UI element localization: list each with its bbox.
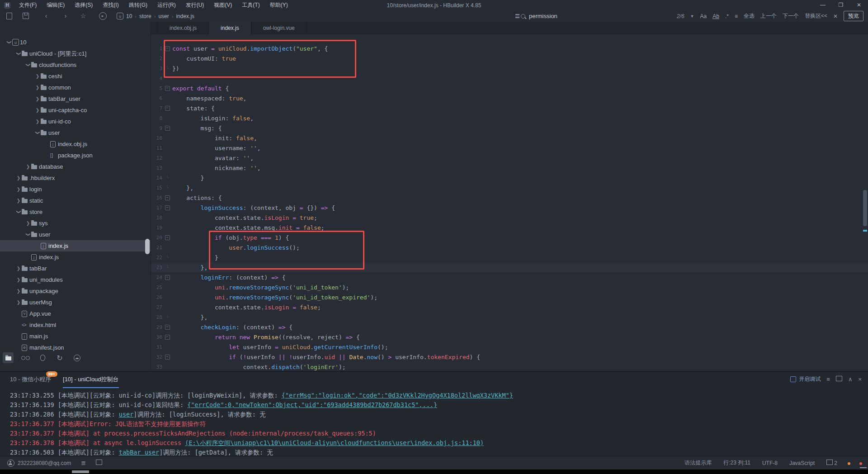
- replace-toggle-button[interactable]: 替换区<<: [805, 12, 827, 20]
- tree-item[interactable]: ❯static: [0, 195, 151, 206]
- preview-button[interactable]: 预览: [844, 11, 863, 21]
- fold-icon[interactable]: −: [162, 235, 172, 240]
- refresh-icon[interactable]: ↻: [54, 352, 65, 363]
- tree-item[interactable]: jindex.js: [0, 251, 151, 263]
- close-search-button[interactable]: ✕: [833, 13, 838, 19]
- tree-item[interactable]: ❯u10: [0, 37, 151, 48]
- save-button[interactable]: [20, 11, 31, 21]
- code-line[interactable]: 19 context.state.msg.init = false;: [151, 223, 868, 232]
- code-line[interactable]: 24− loginErr: (context) => {: [151, 272, 868, 282]
- code-line[interactable]: 18 context.state.isLogin = true;: [151, 213, 868, 223]
- account-email[interactable]: 2322238080@qq.com: [18, 460, 71, 466]
- chevron-icon[interactable]: ❯: [26, 62, 31, 68]
- fold-icon[interactable]: −: [162, 195, 172, 200]
- forward-button[interactable]: ›: [60, 11, 71, 21]
- match-case-toggle[interactable]: Aa: [700, 13, 707, 19]
- encoding-label[interactable]: UTF-8: [762, 460, 778, 466]
- run-button[interactable]: ▸: [97, 11, 108, 21]
- tree-item[interactable]: ❯login: [0, 184, 151, 195]
- tree-item[interactable]: ❯cloudfunctions: [0, 59, 151, 71]
- tree-item[interactable]: VApp.vue: [0, 308, 151, 319]
- chevron-icon[interactable]: ❯: [15, 266, 22, 271]
- console-link[interactable]: {"errCode":0,"newToken":Object,"uid":"69…: [187, 401, 437, 408]
- maximize-button[interactable]: ❐: [832, 0, 850, 10]
- code-line[interactable]: 28└ },: [151, 312, 868, 322]
- tree-item[interactable]: ❯uni-captcha-co: [0, 104, 151, 116]
- tab-index.js[interactable]: index.js: [209, 22, 251, 34]
- terminal-icon[interactable]: [96, 460, 102, 466]
- whole-word-toggle[interactable]: Ab: [712, 13, 719, 19]
- tree-item[interactable]: ❯tabBar: [0, 263, 151, 274]
- search-bar[interactable]: permission: [515, 10, 557, 22]
- code-line[interactable]: 15└ },: [151, 183, 868, 193]
- enable-debug-label[interactable]: 开启调试: [799, 375, 821, 383]
- menu-item[interactable]: 编辑(E): [42, 2, 70, 8]
- menu-item[interactable]: 视图(V): [209, 2, 237, 8]
- regex-toggle[interactable]: .*: [725, 13, 729, 19]
- menu-item[interactable]: 运行(R): [152, 2, 181, 8]
- select-all-button[interactable]: 全选: [744, 12, 755, 20]
- chevron-icon[interactable]: ❯: [25, 221, 31, 226]
- debug-panel-icon[interactable]: [37, 352, 48, 363]
- tab-owl-login.vue[interactable]: owl-login.vue: [251, 22, 307, 34]
- breadcrumb-item[interactable]: index.js: [176, 13, 194, 19]
- code-line[interactable]: 22└ }: [151, 252, 868, 262]
- tree-item[interactable]: ❯uni_modules: [0, 274, 151, 285]
- outline-icon[interactable]: ≣: [81, 460, 86, 466]
- web-panel-icon[interactable]: ☁: [71, 352, 82, 363]
- menu-item[interactable]: 发行(U): [181, 2, 209, 8]
- search-panel-icon[interactable]: [20, 352, 31, 363]
- console-link[interactable]: tabBar_user: [119, 449, 159, 456]
- chevron-icon[interactable]: ❯: [16, 51, 21, 57]
- tree-item[interactable]: ❯.hbuilderx: [0, 172, 151, 184]
- menu-item[interactable]: 查找(I): [98, 2, 123, 8]
- chevron-icon[interactable]: ❯: [15, 175, 22, 180]
- console-link[interactable]: user: [119, 411, 134, 418]
- fold-icon[interactable]: −: [162, 105, 172, 111]
- syntax-lib-label[interactable]: 语法提示库: [684, 459, 712, 467]
- code-line[interactable]: 13 nickname: '',: [151, 163, 868, 173]
- code-line[interactable]: 10 init: false,: [151, 133, 868, 143]
- files-panel-icon[interactable]: [3, 352, 14, 363]
- code-line[interactable]: 33 context.dispatch('loginErr');: [151, 362, 868, 371]
- tree-item[interactable]: [ ]package.json: [0, 150, 151, 161]
- close-console-icon[interactable]: ×: [858, 376, 862, 383]
- tree-item[interactable]: ❯userMsg: [0, 297, 151, 308]
- chevron-icon[interactable]: ❯: [15, 277, 22, 282]
- collapse-panel-icon[interactable]: ∧: [848, 376, 853, 383]
- fold-icon[interactable]: −: [162, 334, 172, 340]
- editor-scrollbar[interactable]: [863, 22, 867, 358]
- menu-item[interactable]: 工具(T): [237, 2, 264, 8]
- tree-item[interactable]: jmain.js: [0, 331, 151, 342]
- chevron-down-icon[interactable]: ▼: [690, 14, 694, 19]
- search-input[interactable]: permission: [529, 13, 557, 19]
- console-tab[interactable]: 10 - 微信小程序99+: [10, 375, 51, 388]
- code-line[interactable]: 25 uni.removeStorageSync('uni_id_token')…: [151, 282, 868, 292]
- tree-item[interactable]: ❯uni-id-co: [0, 116, 151, 127]
- code-line[interactable]: 7− state: {: [151, 103, 868, 113]
- fold-icon[interactable]: −: [162, 46, 172, 51]
- code-line[interactable]: 30− return new Promise((resolve, reject)…: [151, 332, 868, 342]
- tab-index.obj.js[interactable]: index.obj.js: [157, 22, 209, 34]
- code-line[interactable]: 6 namespaced: true,: [151, 93, 868, 103]
- chevron-icon[interactable]: ❯: [34, 85, 41, 90]
- chevron-icon[interactable]: ❯: [15, 198, 22, 203]
- code-line[interactable]: 16− actions: {: [151, 193, 868, 203]
- account-icon[interactable]: [7, 460, 14, 467]
- code-line[interactable]: 2 customUI: true: [151, 53, 868, 63]
- menu-item[interactable]: 文件(F): [14, 2, 42, 8]
- fold-icon[interactable]: −: [162, 354, 172, 360]
- chevron-icon[interactable]: ❯: [15, 289, 22, 294]
- tree-item[interactable]: <>index.html: [0, 319, 151, 331]
- code-line[interactable]: 12 avatar: '',: [151, 153, 868, 163]
- chevron-icon[interactable]: ❯: [34, 119, 41, 124]
- code-area[interactable]: 1−const user = uniCloud.importObject("us…: [151, 34, 868, 371]
- chevron-icon[interactable]: ❯: [15, 187, 22, 192]
- breadcrumb-item[interactable]: 10: [126, 13, 132, 19]
- chevron-icon[interactable]: ❯: [34, 96, 41, 101]
- code-line[interactable]: 32− if (!userInfo || !userInfo.uid || Da…: [151, 352, 868, 362]
- code-line[interactable]: 23└ },: [151, 262, 868, 272]
- tree-item[interactable]: ❯unpackage: [0, 285, 151, 297]
- console-tab[interactable]: [10] - uniCloud控制台: [63, 375, 119, 388]
- tree-item[interactable]: ❯user: [0, 127, 151, 138]
